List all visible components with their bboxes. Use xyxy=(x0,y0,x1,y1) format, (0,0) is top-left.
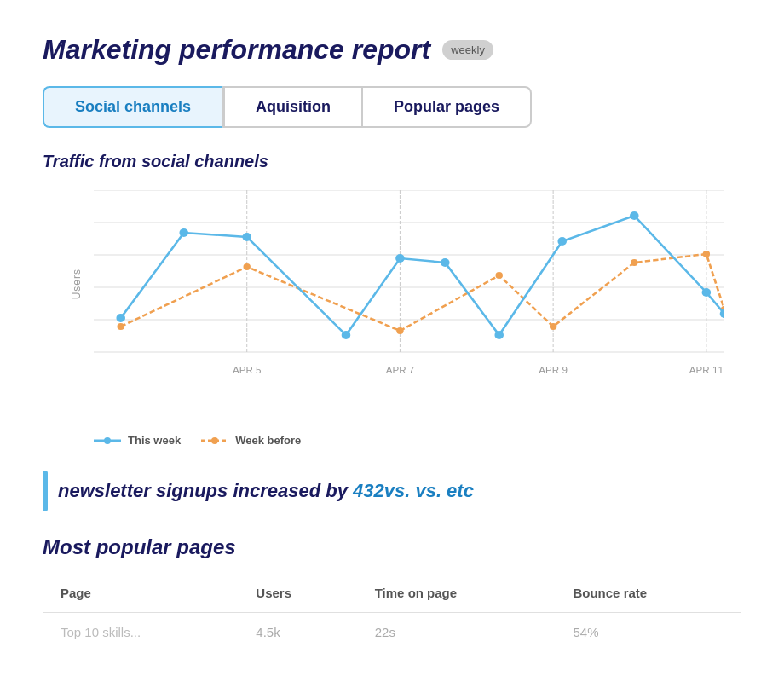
legend-week-before-label: Week before xyxy=(235,434,301,447)
period-badge: weekly xyxy=(442,40,493,60)
col-time-on-page: Time on page xyxy=(358,574,556,613)
legend-this-week-icon xyxy=(94,437,121,444)
cell-bounce-rate: 54% xyxy=(556,613,741,652)
svg-text:APR 5: APR 5 xyxy=(233,365,262,375)
svg-point-36 xyxy=(211,437,218,444)
y-axis: Users xyxy=(43,182,89,386)
cell-time-on-page: 22s xyxy=(358,613,556,652)
svg-point-34 xyxy=(104,437,111,444)
svg-point-12 xyxy=(396,327,403,334)
insight-highlight: 432vs. vs. etc xyxy=(353,480,474,501)
cell-page: Top 10 skills... xyxy=(43,613,239,652)
page-title: Marketing performance report xyxy=(43,34,430,66)
col-users: Users xyxy=(239,574,357,613)
svg-point-21 xyxy=(342,331,351,339)
insight-accent-bar xyxy=(43,471,48,512)
chart-title: Traffic from social channels xyxy=(43,152,741,171)
svg-text:APR 7: APR 7 xyxy=(386,365,415,375)
popular-pages-section: Most popular pages Page Users Time on pa… xyxy=(43,535,741,652)
popular-pages-table: Page Users Time on page Bounce rate Top … xyxy=(43,573,741,652)
svg-point-24 xyxy=(494,331,504,339)
legend-week-before-icon xyxy=(201,437,228,444)
tab-popular-pages[interactable]: Popular pages xyxy=(361,86,532,128)
legend-this-week: This week xyxy=(94,434,181,447)
chart-svg: APR 5 APR 7 APR 9 APR 11 xyxy=(94,190,724,386)
insight-text: newsletter signups increased by 432vs. v… xyxy=(58,480,474,502)
tab-bar: Social channels Aquisition Popular pages xyxy=(43,86,741,128)
tab-acquisition[interactable]: Aquisition xyxy=(223,86,361,128)
legend-this-week-label: This week xyxy=(128,434,181,447)
table-row: Top 10 skills... 4.5k 22s 54% xyxy=(43,613,741,652)
svg-point-22 xyxy=(395,254,405,263)
svg-point-14 xyxy=(550,323,556,330)
svg-point-27 xyxy=(702,288,712,297)
chart-section: Traffic from social channels Users xyxy=(43,152,741,447)
svg-point-23 xyxy=(441,258,450,267)
svg-point-19 xyxy=(179,228,188,237)
col-bounce-rate: Bounce rate xyxy=(556,574,741,613)
svg-point-18 xyxy=(116,314,125,322)
legend-week-before: Week before xyxy=(201,434,301,447)
svg-text:APR 11: APR 11 xyxy=(689,365,723,375)
svg-point-26 xyxy=(630,211,639,220)
insight-bar: newsletter signups increased by 432vs. v… xyxy=(43,471,741,512)
y-tick-3: Users xyxy=(71,269,83,299)
svg-point-25 xyxy=(557,237,567,246)
svg-point-20 xyxy=(242,233,251,241)
col-page: Page xyxy=(43,574,239,613)
chart-legend: This week Week before xyxy=(43,434,741,447)
cell-users: 4.5k xyxy=(239,613,357,652)
page-header: Marketing performance report weekly xyxy=(43,34,741,66)
chart-area: APR 5 APR 7 APR 9 APR 11 xyxy=(94,190,724,386)
svg-point-15 xyxy=(631,259,637,266)
most-popular-title: Most popular pages xyxy=(43,535,741,559)
chart-container: Users xyxy=(43,182,741,420)
svg-text:APR 9: APR 9 xyxy=(539,365,568,375)
svg-point-16 xyxy=(703,251,710,257)
svg-point-11 xyxy=(243,263,250,270)
tab-social-channels[interactable]: Social channels xyxy=(43,86,223,128)
svg-point-10 xyxy=(117,323,124,330)
svg-point-13 xyxy=(495,272,502,279)
